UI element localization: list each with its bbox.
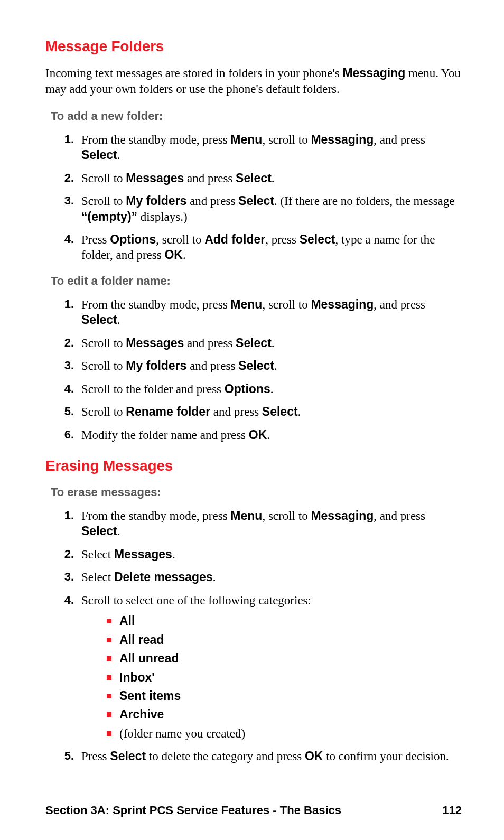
- erase-categories-list: All All read All unread Inbox' Sent item…: [107, 613, 462, 741]
- step-bold: Select: [110, 749, 146, 763]
- list-item: Inbox': [107, 670, 462, 685]
- step-text: , scroll to: [262, 509, 311, 522]
- step-item: 1. From the standby mode, press Menu, sc…: [77, 297, 462, 328]
- step-number: 2.: [57, 335, 74, 350]
- step-text: .: [183, 248, 186, 262]
- step-bold: Messages: [114, 547, 172, 561]
- step-bold: Select: [236, 336, 272, 350]
- step-bold: Menu: [230, 509, 262, 522]
- step-bold: Options: [225, 382, 270, 396]
- step-bold: Select: [81, 148, 117, 162]
- step-text: Select: [81, 548, 114, 561]
- list-item: Sent items: [107, 688, 462, 704]
- steps-edit-folder: 1. From the standby mode, press Menu, sc…: [45, 297, 462, 443]
- step-text: Scroll to select one of the following ca…: [81, 594, 311, 607]
- step-number: 2.: [57, 547, 74, 562]
- step-item: 3. Scroll to My folders and press Select…: [77, 358, 462, 374]
- footer-page-number: 112: [442, 803, 462, 818]
- subhead-erase-messages: To erase messages:: [51, 485, 462, 500]
- step-text: .: [117, 525, 120, 538]
- step-text: , scroll to: [262, 133, 311, 146]
- list-item: Archive: [107, 707, 462, 722]
- step-number: 4.: [57, 593, 74, 608]
- step-item: 5. Press Select to delete the category a…: [77, 749, 462, 764]
- intro-bold-messaging: Messaging: [342, 66, 405, 80]
- heading-message-folders: Message Folders: [45, 37, 462, 56]
- step-text: .: [272, 172, 275, 185]
- step-bold: Messaging: [311, 509, 374, 522]
- step-item: 2. Select Messages.: [77, 547, 462, 562]
- step-number: 5.: [57, 749, 74, 763]
- step-text: .: [270, 382, 274, 396]
- step-bold: Select: [238, 359, 274, 372]
- step-number: 3.: [57, 358, 74, 373]
- step-bold: Select: [81, 313, 117, 326]
- step-bold: OK: [249, 428, 267, 442]
- category-label: All: [119, 614, 135, 628]
- step-text: , and press: [374, 133, 425, 146]
- step-number: 3.: [57, 570, 74, 584]
- step-text: and press: [210, 405, 262, 418]
- step-text: , and press: [374, 298, 425, 311]
- category-label: All read: [119, 633, 164, 647]
- step-item: 3. Select Delete messages.: [77, 570, 462, 585]
- subhead-add-folder: To add a new folder:: [51, 109, 462, 124]
- step-text: Scroll to: [81, 194, 126, 208]
- step-bold: Add folder: [204, 232, 265, 246]
- step-bold: Rename folder: [126, 405, 210, 418]
- step-text: .: [272, 337, 275, 350]
- step-bold: OK: [164, 248, 183, 262]
- step-text: to confirm your decision.: [323, 750, 449, 763]
- step-text: From the standby mode, press: [81, 298, 230, 311]
- step-text: displays.): [137, 210, 188, 223]
- step-item: 1. From the standby mode, press Menu, sc…: [77, 508, 462, 539]
- steps-erase-messages: 1. From the standby mode, press Menu, sc…: [45, 508, 462, 764]
- step-bold: My folders: [126, 359, 186, 372]
- step-text: .: [267, 428, 270, 442]
- step-item: 4. Press Options, scroll to Add folder, …: [77, 232, 462, 263]
- step-number: 4.: [57, 381, 74, 396]
- step-number: 5.: [57, 404, 74, 419]
- heading-erasing-messages: Erasing Messages: [45, 456, 462, 475]
- step-text: and press: [186, 194, 238, 208]
- step-text: , scroll to: [262, 298, 311, 311]
- step-text: and press: [186, 359, 238, 372]
- step-text: .: [117, 148, 120, 162]
- step-text: , scroll to: [156, 233, 204, 246]
- subhead-edit-folder: To edit a folder name:: [51, 274, 462, 288]
- step-bold: Select: [236, 171, 272, 185]
- step-number: 2.: [57, 171, 74, 185]
- step-text: Scroll to: [81, 172, 126, 185]
- step-bold: Select: [238, 194, 274, 208]
- step-text: Press: [81, 750, 110, 763]
- category-label: Archive: [119, 707, 164, 721]
- list-item: All: [107, 613, 462, 629]
- step-text: . (If there are no folders, the message: [274, 194, 455, 208]
- step-text: to delete the category and press: [146, 750, 305, 763]
- step-number: 3.: [57, 193, 74, 208]
- step-item: 6. Modify the folder name and press OK.: [77, 427, 462, 443]
- step-item: 1. From the standby mode, press Menu, sc…: [77, 132, 462, 163]
- step-bold: Select: [300, 232, 335, 246]
- step-item: 3. Scroll to My folders and press Select…: [77, 193, 462, 225]
- step-bold: Messages: [126, 336, 184, 350]
- step-bold: OK: [305, 749, 323, 763]
- step-text: Select: [81, 571, 114, 584]
- step-bold: Messages: [126, 171, 184, 185]
- step-text: Scroll to: [81, 359, 126, 372]
- step-bold: Select: [81, 524, 117, 538]
- list-item: (folder name you created): [107, 726, 462, 741]
- category-label: Sent items: [119, 689, 181, 703]
- step-text: .: [213, 571, 216, 584]
- step-text: , press: [265, 233, 300, 246]
- step-item: 2. Scroll to Messages and press Select.: [77, 335, 462, 351]
- step-text: From the standby mode, press: [81, 509, 230, 522]
- step-item: 2. Scroll to Messages and press Select.: [77, 171, 462, 186]
- step-text: Scroll to the folder and press: [81, 382, 225, 396]
- step-bold: My folders: [126, 194, 186, 208]
- step-text: Modify the folder name and press: [81, 428, 249, 442]
- step-text: and press: [184, 337, 236, 350]
- step-text: .: [274, 359, 277, 372]
- step-bold: “(empty)”: [81, 210, 137, 223]
- step-text: .: [298, 405, 301, 418]
